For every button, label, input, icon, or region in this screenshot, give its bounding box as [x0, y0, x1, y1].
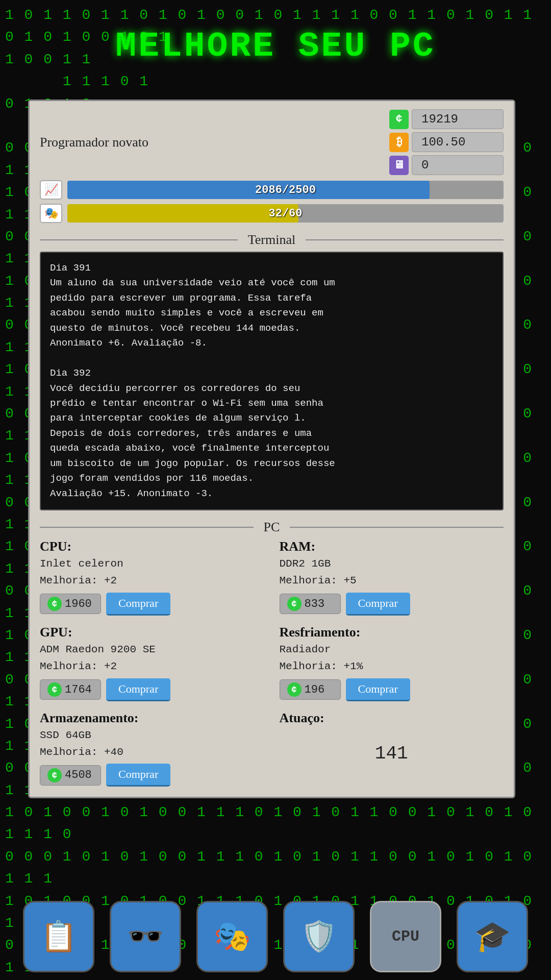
coins-icon: ¢ — [389, 110, 409, 129]
gpu-improvement: Melhoria: +2 — [40, 659, 264, 674]
cpu-title: CPU: — [40, 539, 264, 554]
card-header: Programador novato ¢ 19219 ₿ 100.50 🖥 0 — [30, 101, 514, 180]
gpu-title: GPU: — [40, 625, 264, 640]
monitor-icon: 🖥 — [389, 156, 409, 175]
nav-vpn-button[interactable]: 🛡️ — [283, 901, 355, 972]
nav-education-button[interactable]: 🎓 — [457, 901, 528, 972]
storage-buy-row: ¢ 4508 Comprar — [40, 764, 264, 787]
cpu-price: 1960 — [65, 598, 92, 610]
app-title: MELHORE SEU PC — [0, 27, 551, 66]
cpu-coin-icon: ¢ — [47, 597, 62, 611]
xp-bar-fill — [67, 181, 430, 199]
progress-section: 📈 2086/2500 🎭 32/60 — [30, 180, 514, 228]
cooling-coin-icon: ¢ — [287, 682, 302, 697]
gpu-buy-row: ¢ 1764 Comprar — [40, 678, 264, 701]
monitor-row: 🖥 0 — [389, 155, 504, 175]
monitor-value: 0 — [412, 155, 504, 175]
storage-price-box: ¢ 4508 — [40, 765, 101, 786]
storage-improvement: Melhoria: +40 — [40, 745, 264, 760]
cooling-item: Resfriamento: Radiador Melhoria: +1% ¢ 1… — [280, 625, 504, 701]
ram-title: RAM: — [280, 539, 504, 554]
ram-buy-button[interactable]: Comprar — [346, 593, 410, 616]
gpu-price-box: ¢ 1764 — [40, 679, 101, 700]
terminal-divider: Terminal — [30, 228, 514, 252]
cooling-name: Radiador — [280, 642, 504, 657]
terminal-label: Terminal — [243, 232, 300, 248]
hacker-bar-fill — [67, 204, 298, 223]
xp-icon: 📈 — [40, 180, 62, 200]
nav-hacker-button[interactable]: 🎭 — [196, 901, 268, 972]
cpu-buy-row: ¢ 1960 Comprar — [40, 593, 264, 616]
main-card: Programador novato ¢ 19219 ₿ 100.50 🖥 0 … — [28, 100, 515, 798]
player-name: Programador novato — [40, 135, 148, 150]
bitcoin-icon: ₿ — [389, 133, 409, 152]
cooling-buy-button[interactable]: Comprar — [346, 678, 410, 701]
pc-label: PC — [259, 520, 285, 535]
atuaco-item: Atuaço: 141 — [280, 710, 504, 787]
storage-price: 4508 — [65, 769, 92, 781]
storage-buy-button[interactable]: Comprar — [106, 764, 170, 787]
gpu-buy-button[interactable]: Comprar — [106, 678, 170, 701]
bitcoin-row: ₿ 100.50 — [389, 132, 504, 152]
divider-line-right — [306, 239, 504, 240]
cpu-name: Inlet celeron — [40, 556, 264, 571]
nav-profile-button[interactable]: 🕶️ — [110, 901, 181, 972]
ram-improvement: Melhoria: +5 — [280, 573, 504, 588]
hacker-progress-row: 🎭 32/60 — [40, 204, 504, 223]
storage-name: SSD 64GB — [40, 728, 264, 743]
hacker-bar-label: 32/60 — [268, 207, 302, 220]
stats-panel: ¢ 19219 ₿ 100.50 🖥 0 — [389, 109, 504, 175]
nav-tasks-button[interactable]: 📋 — [23, 901, 94, 972]
pc-divider-left — [40, 527, 254, 528]
bitcoin-value: 100.50 — [412, 132, 504, 152]
gpu-price: 1764 — [65, 683, 92, 696]
ram-name: DDR2 1GB — [280, 556, 504, 571]
atuaco-title: Atuaço: — [280, 710, 504, 726]
xp-bar-container: 2086/2500 — [67, 181, 504, 199]
terminal-text: Dia 391 Um aluno da sua universidade vei… — [50, 261, 493, 501]
xp-progress-row: 📈 2086/2500 — [40, 180, 504, 200]
cooling-price: 196 — [305, 683, 325, 696]
gpu-coin-icon: ¢ — [47, 682, 62, 697]
pc-divider: PC — [30, 516, 514, 539]
cpu-buy-button[interactable]: Comprar — [106, 593, 170, 616]
hacker-bar-container: 32/60 — [67, 204, 504, 223]
cooling-improvement: Melhoria: +1% — [280, 659, 504, 674]
nav-cpu-button[interactable]: CPU — [370, 901, 441, 972]
gpu-name: ADM Raedon 9200 SE — [40, 642, 264, 657]
terminal-box: Dia 391 Um aluno da sua universidade vei… — [40, 252, 504, 510]
ram-coin-icon: ¢ — [287, 597, 302, 611]
bottom-nav: 📋 🕶️ 🎭 🛡️ CPU 🎓 — [0, 893, 551, 980]
coins-row: ¢ 19219 — [389, 109, 504, 129]
pc-grid: CPU: Inlet celeron Melhoria: +2 ¢ 1960 C… — [30, 539, 514, 787]
storage-title: Armazenamento: — [40, 710, 264, 726]
cooling-title: Resfriamento: — [280, 625, 504, 640]
cooling-buy-row: ¢ 196 Comprar — [280, 678, 504, 701]
ram-price: 833 — [305, 598, 325, 610]
pc-divider-right — [290, 527, 504, 528]
xp-bar-label: 2086/2500 — [255, 184, 316, 197]
atuaco-value: 141 — [280, 728, 504, 764]
storage-item: Armazenamento: SSD 64GB Melhoria: +40 ¢ … — [40, 710, 264, 787]
hacker-icon: 🎭 — [40, 204, 62, 223]
ram-buy-row: ¢ 833 Comprar — [280, 593, 504, 616]
divider-line-left — [40, 239, 238, 240]
cpu-improvement: Melhoria: +2 — [40, 573, 264, 588]
ram-price-box: ¢ 833 — [280, 594, 341, 614]
ram-item: RAM: DDR2 1GB Melhoria: +5 ¢ 833 Comprar — [280, 539, 504, 616]
storage-coin-icon: ¢ — [47, 768, 62, 782]
gpu-item: GPU: ADM Raedon 9200 SE Melhoria: +2 ¢ 1… — [40, 625, 264, 701]
cpu-item: CPU: Inlet celeron Melhoria: +2 ¢ 1960 C… — [40, 539, 264, 616]
cpu-price-box: ¢ 1960 — [40, 594, 101, 614]
coins-value: 19219 — [412, 109, 504, 129]
cooling-price-box: ¢ 196 — [280, 679, 341, 700]
